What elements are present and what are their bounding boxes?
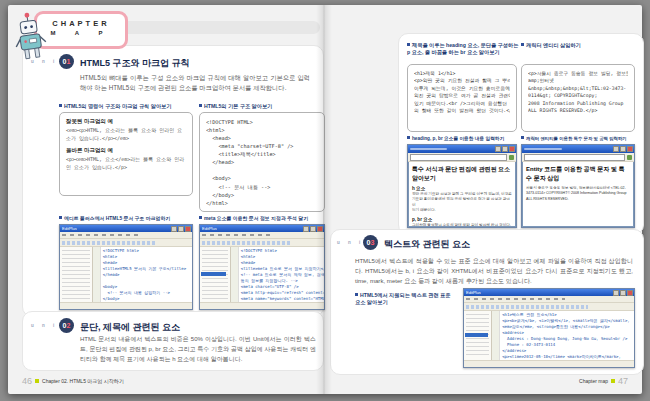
maximize-icon bbox=[620, 290, 626, 296]
editor2-title: EditPlus bbox=[200, 226, 217, 231]
editor3-line-gutter bbox=[492, 311, 500, 360]
footer-bullet-icon bbox=[35, 379, 39, 383]
go-icon bbox=[509, 155, 514, 160]
editor2-toolbar bbox=[200, 239, 324, 247]
browser1-title bbox=[410, 148, 447, 150]
rendered-paragraph: 그리하여 융성했던 수도의 형태 또한 같이 발전해 왔던 것이다. 수도 형태… bbox=[412, 223, 512, 227]
basic-structure-header: HTML5의 기본 구조 알아보기 bbox=[199, 103, 325, 110]
minimize-icon bbox=[495, 146, 501, 152]
unit03-title: 텍스트와 관련된 요소 bbox=[384, 238, 470, 251]
unit02-title: 문단, 제목에 관련된 요소 bbox=[80, 321, 180, 334]
editor1-screenshot: EditPlus <!DOCTYPE html> <html> <head> <… bbox=[59, 224, 193, 310]
book-scan: CHAPTER M A P u n i t 01 HTML5 구조와 마크업 규… bbox=[0, 0, 650, 401]
minimize-icon bbox=[171, 226, 177, 232]
go-icon bbox=[627, 155, 632, 160]
unit02-card: u n i t 02 문단, 제목에 관련된 요소 HTML 문서의 내용에서 … bbox=[22, 311, 324, 371]
robot-mascot-icon bbox=[9, 9, 52, 66]
editor2-titlebar: EditPlus bbox=[200, 225, 324, 232]
editor3-titlebar: EditPlus bbox=[464, 289, 634, 296]
unit02-examples-card: 제목을 이루는 heading 요소, 문단을 구성하는 p 요소, 줄 바꿈을… bbox=[398, 33, 644, 235]
editor1-sidebar bbox=[60, 247, 93, 302]
badge-digit: 2 bbox=[67, 322, 71, 329]
basic-structure-code: <!DOCTYPE HTML> <html> <head> <meta "cha… bbox=[206, 118, 318, 207]
right-page-number: 47 bbox=[618, 376, 628, 386]
editor1-caption: 에디트 플러스에서 HTML5 문서 구조 마크업하기 bbox=[59, 216, 195, 223]
bullet-square-icon bbox=[59, 104, 62, 107]
browser2-address-bar bbox=[522, 153, 634, 162]
maximize-icon bbox=[178, 226, 184, 232]
heading-code-box: <h1>제목 1</h1> <p>외딴 곳의 기묘한 전설과 함께 그 뿌리를 … bbox=[407, 64, 517, 132]
browser1-screenshot: 특수 서식과 문단 편집에 관련된 요소 알아보기 h 요소 외딴 곳의 기묘한… bbox=[407, 144, 517, 228]
bad-markup-label: 잘못된 마크업의 예 bbox=[66, 118, 186, 125]
bullet-square-icon bbox=[355, 293, 358, 296]
editor1-menubar bbox=[60, 232, 192, 239]
unit01-title: HTML5 구조와 마크업 규칙 bbox=[80, 57, 190, 70]
browser2-title bbox=[524, 148, 562, 150]
bullet-square-icon bbox=[521, 136, 524, 139]
minimize-icon bbox=[613, 290, 619, 296]
editor2-statusbar bbox=[200, 302, 324, 309]
left-footer-caption: Chapter 02. HTML5 마크업 시작하기 bbox=[42, 378, 124, 384]
rendered-heading: Entity 코드를 이용한 공백 문자 및 특수 문자 삽입 bbox=[526, 165, 630, 183]
heading-code: <h1>제목 1</h1> <p>외딴 곳의 기묘한 전설과 함께 그 뿌리를 … bbox=[414, 70, 510, 115]
markup-example-box: 잘못된 마크업의 예 <em><p>HTML, 요소라는 블록 요소와 인라인 … bbox=[59, 112, 193, 196]
minimize-icon bbox=[613, 146, 619, 152]
heading-elements-header: 제목을 이루는 heading 요소, 문단을 구성하는 p 요소, 줄 바꿈을… bbox=[407, 42, 519, 57]
rendered-heading: 특수 서식과 문단 편집에 관련된 요소 알아보기 bbox=[412, 165, 512, 183]
close-icon bbox=[627, 146, 633, 152]
bullet-square-icon bbox=[199, 216, 202, 219]
maximize-icon bbox=[620, 146, 626, 152]
close-icon bbox=[185, 226, 191, 232]
bullet-square-icon bbox=[407, 43, 410, 46]
rendered-subheading: p, br 요소 bbox=[412, 217, 512, 222]
badge-digit: 1 bbox=[67, 58, 71, 65]
good-markup-code: <p><em>HTML, 요소</em>라는 블록 요소와 인라인 요소가 있습… bbox=[66, 156, 186, 171]
browser2-screenshot: Entity 코드를 이용한 공백 문자 및 특수 문자 삽입 서울시 종로구 … bbox=[521, 144, 635, 228]
unit01-card: u n i t 01 HTML5 구조와 마크업 규칙 HTML5의 뼈대를 이… bbox=[22, 45, 324, 317]
browser2-caption: 캐릭터 엔티티를 이용한 특수 문자 및 공백 입력하기 bbox=[521, 136, 639, 142]
editor3-screenshot: EditPlus <h1>텍스트 관련 요소</h1> <p><b>굵게</b>… bbox=[463, 288, 635, 368]
editor3-title: EditPlus bbox=[464, 290, 481, 295]
editor3-code-area: <h1>텍스트 관련 요소</h1> <p><b>굵게</b>, <i>이탤릭<… bbox=[500, 311, 634, 360]
left-footer: 46 Chapter 02. HTML5 마크업 시작하기 bbox=[22, 376, 124, 386]
right-footer: Chapter map 47 bbox=[579, 376, 628, 386]
maximize-icon bbox=[310, 226, 316, 232]
badge-digit: 3 bbox=[371, 239, 375, 246]
unit01-number-badge: 01 bbox=[59, 54, 74, 69]
editor2-sidebar bbox=[200, 247, 231, 302]
editor1-code-area: <!DOCTYPE html> <html> <head> <title>HTM… bbox=[101, 247, 192, 302]
right-footer-caption: Chapter map bbox=[579, 378, 608, 384]
unit01-body: HTML5의 뼈대를 이루는 구성 요소와 마크업 규칙에 대해 알아보고 기본… bbox=[80, 73, 310, 94]
rendered-paragraph: 외딴 곳의 기묘한 전설과 함께 그 뿌리를 이루게 되는데, 이것은 기묘한 … bbox=[412, 192, 512, 214]
bullet-square-icon bbox=[59, 216, 62, 219]
editor1-statusbar bbox=[60, 302, 192, 309]
editor3-toolbar bbox=[464, 303, 634, 311]
browser2-titlebar bbox=[522, 145, 634, 153]
address-input bbox=[410, 154, 507, 161]
bad-markup-code: <em><p>HTML, 요소라는 블록 요소와 인라인 요소가 있습니다.</… bbox=[66, 127, 186, 142]
editor2-menubar bbox=[200, 232, 324, 239]
logo-line1: CHAPTER bbox=[37, 19, 125, 28]
left-page-number: 46 bbox=[22, 376, 32, 386]
entity-code: <p>서울시 종로구 동숭동 정보 빌딩, 정보문화사& amp;인터넷 &nb… bbox=[528, 70, 628, 115]
unit03-body: HTML5에서 텍스트에 적용할 수 있는 표준 요소에 대해 알아보고 예제 … bbox=[355, 256, 633, 286]
browser2-content: Entity 코드를 이용한 공백 문자 및 특수 문자 삽입 서울시 종로구 … bbox=[522, 162, 634, 227]
editor3-menubar bbox=[464, 296, 634, 303]
editor1-title: EditPlus bbox=[60, 226, 77, 231]
entity-header: 캐릭터 엔티티 삽입하기 bbox=[521, 42, 635, 49]
markup-rules-header: HTML5의 명령어 구조와 마크업 규칙 알아보기 bbox=[59, 103, 195, 110]
browser1-address-bar bbox=[408, 153, 516, 162]
rendered-paragraph: 서울시 종로구 동숭동 정보 빌딩, 정보문화사&인터넷 <TEL:02-347… bbox=[526, 186, 630, 202]
editor1-titlebar: EditPlus bbox=[60, 225, 192, 232]
address-input bbox=[524, 154, 625, 161]
maximize-icon bbox=[502, 146, 508, 152]
good-markup-label: 올바른 마크업의 예 bbox=[66, 147, 186, 154]
close-icon bbox=[317, 226, 323, 232]
close-icon bbox=[509, 146, 515, 152]
bullet-square-icon bbox=[521, 43, 524, 46]
editor2-code-area: <!DOCTYPE html> <html> <head> <title>met… bbox=[239, 247, 324, 302]
unit03-card: u n i t 03 텍스트와 관련된 요소 HTML5에서 텍스트에 적용할 … bbox=[330, 229, 644, 375]
close-icon bbox=[627, 290, 633, 296]
basic-structure-box: <!DOCTYPE HTML> <html> <head> <meta "cha… bbox=[199, 112, 325, 212]
unit03-number-badge: 03 bbox=[363, 235, 378, 250]
